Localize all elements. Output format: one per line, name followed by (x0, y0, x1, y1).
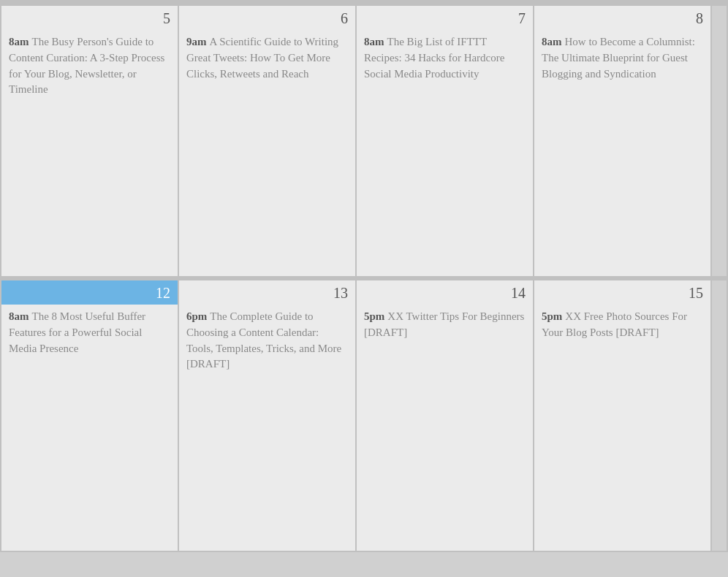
day-number-8: 8 (534, 6, 710, 30)
day-number-14: 14 (357, 280, 533, 305)
event-title-8: How to Become a Columnist: The Ultimate … (542, 36, 695, 80)
event-title-5: The Busy Person's Guide to Content Curat… (9, 36, 164, 95)
event-time-15: 5pm (542, 310, 562, 322)
event-title-7: The Big List of IFTTT Recipes: 34 Hacks … (364, 36, 504, 80)
event-time-7: 8am (364, 36, 384, 47)
calendar-cell-5[interactable]: 5 8am The Busy Person's Guide to Content… (1, 6, 178, 276)
cell-content-12: 8am The 8 Most Useful Buffer Features fo… (1, 305, 178, 551)
cell-content-5: 8am The Busy Person's Guide to Content C… (1, 30, 178, 276)
calendar-cell-15[interactable]: 15 5pm XX Free Photo Sources For Your Bl… (534, 280, 710, 551)
event-time-14: 5pm (364, 310, 384, 322)
calendar-grid: 5 8am The Busy Person's Guide to Content… (0, 0, 728, 552)
cell-content-14: 5pm XX Twitter Tips For Beginners [DRAFT… (357, 305, 533, 551)
day-number-7: 7 (357, 6, 533, 30)
cell-content-7: 8am The Big List of IFTTT Recipes: 34 Ha… (357, 30, 533, 276)
event-title-13: The Complete Guide to Choosing a Content… (186, 310, 341, 370)
sidebar-strip-1 (712, 6, 727, 276)
event-time-12: 8am (9, 310, 29, 322)
event-time-6: 9am (186, 36, 207, 47)
event-time-5: 8am (9, 36, 29, 47)
calendar-cell-7[interactable]: 7 8am The Big List of IFTTT Recipes: 34 … (357, 6, 533, 276)
calendar-cell-13[interactable]: 13 6pm The Complete Guide to Choosing a … (179, 280, 355, 551)
day-number-6: 6 (179, 6, 355, 30)
calendar-cell-12[interactable]: 12 8am The 8 Most Useful Buffer Features… (1, 280, 178, 551)
week-separator (1, 278, 727, 279)
day-number-12: 12 (1, 280, 178, 305)
event-title-14: XX Twitter Tips For Beginners [DRAFT] (364, 310, 524, 338)
event-title-12: The 8 Most Useful Buffer Features for a … (9, 310, 145, 354)
calendar-cell-14[interactable]: 14 5pm XX Twitter Tips For Beginners [DR… (357, 280, 533, 551)
event-title-6: A Scientific Guide to Writing Great Twee… (186, 36, 338, 80)
calendar-cell-8[interactable]: 8 8am How to Become a Columnist: The Ult… (534, 6, 710, 276)
top-border (1, 1, 727, 4)
sidebar-strip-2 (712, 280, 727, 551)
calendar-cell-6[interactable]: 6 9am A Scientific Guide to Writing Grea… (179, 6, 355, 276)
cell-content-6: 9am A Scientific Guide to Writing Great … (179, 30, 355, 276)
day-number-15: 15 (534, 280, 710, 305)
day-number-5: 5 (1, 6, 178, 30)
event-time-8: 8am (542, 36, 562, 47)
event-title-15: XX Free Photo Sources For Your Blog Post… (542, 310, 687, 338)
cell-content-8: 8am How to Become a Columnist: The Ultim… (534, 30, 710, 276)
cell-content-13: 6pm The Complete Guide to Choosing a Con… (179, 305, 355, 551)
day-number-13: 13 (179, 280, 355, 305)
event-time-13: 6pm (186, 310, 207, 322)
cell-content-15: 5pm XX Free Photo Sources For Your Blog … (534, 305, 710, 551)
